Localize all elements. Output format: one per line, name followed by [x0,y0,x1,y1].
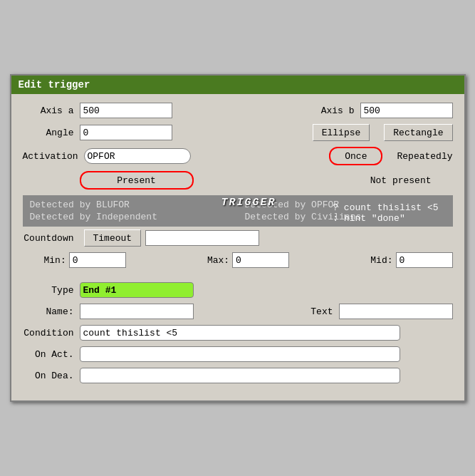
name-label: Name: [23,306,80,317]
condition-label: Condition [23,328,80,338]
max-input[interactable] [232,252,289,268]
countdown-label: Countdown [23,233,80,244]
angle-label: Angle [23,128,80,138]
text-input[interactable] [339,304,453,319]
axis-a-label: Axis a [23,105,80,116]
edit-trigger-window: Edit trigger Axis a Axis b Angle Ellipse… [10,74,466,402]
rectangle-button[interactable]: Rectangle [384,124,452,141]
condition-row: Condition [23,325,453,341]
not-present-label: Not present [370,175,453,186]
code-line2: : hint "done" [333,213,438,224]
axis-a-input[interactable] [80,103,172,118]
type-input[interactable] [80,282,194,298]
axis-b-input[interactable] [360,103,453,118]
activation-row: Activation Once Repeatedly [23,147,453,165]
angle-row: Angle Ellipse Rectangle [23,124,453,141]
on-dea-row: On Dea. [23,368,453,383]
mid-label: Mid: [370,255,395,266]
mid-input[interactable] [396,252,453,268]
present-row: Present Not present [23,171,453,190]
timeout-button[interactable]: Timeout [84,229,142,247]
countdown-row: Countdown Timeout [23,229,453,247]
repeatedly-label: Repeatedly [397,151,452,162]
type-row: Type [23,282,453,298]
present-button[interactable]: Present [80,171,194,190]
once-button[interactable]: Once [329,147,382,165]
ellipse-button[interactable]: Ellipse [313,124,370,141]
title-bar: Edit trigger [11,76,464,94]
detected-blufor: Detected by BLUFOR [30,200,231,210]
on-dea-input[interactable] [80,368,400,383]
on-dea-label: On Dea. [23,371,80,381]
activation-input[interactable] [84,148,191,164]
name-input[interactable] [80,304,194,319]
timeout-input[interactable] [145,230,259,246]
on-act-row: On Act. [23,346,453,362]
on-act-label: On Act. [23,349,80,360]
detected-independent: Detected by Independent [30,212,231,222]
code-overlay: ? count thislist <5 : hint "done" [333,202,438,224]
type-label: Type [23,285,80,296]
max-label: Max: [207,255,232,266]
axis-row: Axis a Axis b [23,103,453,118]
code-line1: ? count thislist <5 [333,202,438,213]
min-label: Min: [44,255,69,266]
window-title: Edit trigger [19,79,90,90]
on-act-input[interactable] [80,346,400,362]
min-max-mid-row: Min: Max: Mid: [23,252,453,268]
name-text-row: Name: Text [23,304,453,319]
text-label: Text [310,306,338,317]
detected-area: TRIGGER Detected by BLUFOR Detected by O… [23,195,453,227]
trigger-overlay: TRIGGER [221,197,276,209]
angle-input[interactable] [80,125,172,140]
axis-b-label: Axis b [321,105,360,116]
min-input[interactable] [69,252,126,268]
condition-input[interactable] [80,325,400,341]
activation-label: Activation [23,151,84,162]
